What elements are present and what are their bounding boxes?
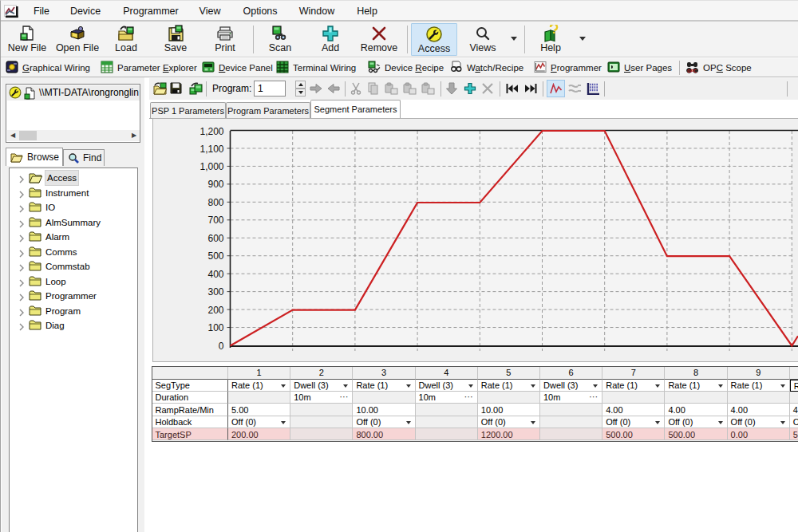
svg-text:900: 900: [207, 179, 223, 190]
svg-text:1,000: 1,000: [200, 161, 223, 172]
svg-text:OPC: OPC: [687, 69, 697, 73]
svg-text:1,200: 1,200: [200, 126, 223, 137]
svg-text:600: 600: [207, 233, 223, 244]
svg-text:400: 400: [207, 269, 223, 280]
svg-text:100: 100: [207, 322, 223, 333]
svg-text:800: 800: [207, 197, 223, 208]
svg-text:700: 700: [207, 215, 223, 226]
svg-text:300: 300: [207, 286, 223, 298]
svg-text:1,100: 1,100: [200, 144, 223, 155]
svg-text:0: 0: [219, 341, 224, 352]
svg-text:500: 500: [207, 250, 223, 262]
svg-text:200: 200: [207, 305, 223, 316]
